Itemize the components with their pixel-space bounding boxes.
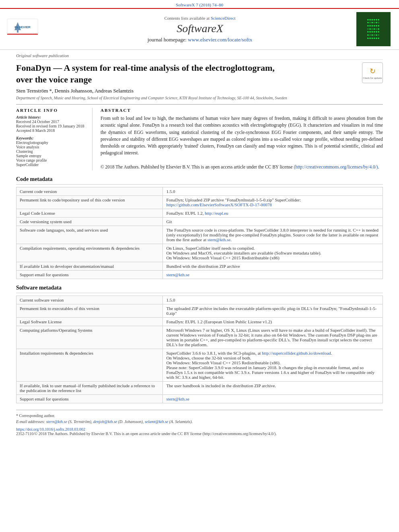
- sw-support-value: stern@kth.se: [163, 395, 383, 403]
- eupl-link[interactable]: http://eupl.eu: [205, 211, 228, 216]
- journal-ref-link[interactable]: SoftwareX 7 (2018) 74–80: [176, 2, 223, 7]
- software-metadata-table: Current software version 1.5.0 Permanent…: [16, 296, 383, 403]
- doi-link[interactable]: https://doi.org/10.1016/j.softx.2018.03.…: [16, 427, 85, 431]
- sw-manual-label: If available, link to user manual–if for…: [16, 382, 163, 395]
- cc-license-link[interactable]: (http://creativecommons.org/licenses/by/…: [294, 164, 378, 169]
- abstract-text: From soft to loud and low to high, the m…: [101, 115, 383, 170]
- author-email-link[interactable]: stern@kth.se: [208, 237, 230, 242]
- decorative-green-box: ◆◆◆◆◆◆ ◆◇◆◇◆◇ ◆◆◆◆◆◆ ◇◆◇◆◇◆ ◆◆◆◆◆◆ ◆◇◆◇◆…: [356, 12, 391, 46]
- documentation-label: If available Link to developer documenta…: [16, 262, 163, 271]
- green-box-area: ◆◆◆◆◆◆ ◆◇◆◇◆◇ ◆◆◆◆◆◆ ◇◆◇◆◇◆ ◆◆◆◆◆◆ ◆◇◆◇◆…: [356, 12, 393, 46]
- article-title-row: FonaDyn — A system for real-time analysi…: [16, 62, 383, 88]
- keyword-2: Voice analysis: [16, 145, 87, 149]
- keywords-list: Electroglottography Voice analysis Clust…: [16, 140, 87, 167]
- table-row: If available Link to developer documenta…: [16, 262, 383, 271]
- article-info-abstract: Article Info Article history: Received 2…: [16, 104, 383, 170]
- contents-available-text: Contents lists available at ScienceDirec…: [43, 16, 356, 21]
- code-repo-value: FonaDyn; Uploaded ZIP archive "FonaDynIn…: [163, 196, 383, 209]
- check-updates-badge: ↻ Check for updates: [362, 62, 383, 83]
- table-row: Legal Software License FonaDyn: EUPL 1.2…: [16, 318, 383, 326]
- sw-installation-label: Installation requirements & dependencies: [16, 349, 163, 382]
- support-email-code-value: stern@kth.se: [163, 271, 383, 279]
- keyword-4: Sample entropy: [16, 154, 87, 158]
- code-version-value: 1.5.0: [163, 187, 383, 196]
- code-license-value: FonaDyn: EUPL 1.2, http://eupl.eu: [163, 209, 383, 218]
- homepage-text: journal homepage: www.elsevier.com/locat…: [43, 37, 356, 43]
- code-versioning-label: Code versioning system used: [16, 218, 163, 226]
- sw-version-label: Current software version: [16, 296, 163, 304]
- journal-name: SoftwareX: [43, 22, 356, 35]
- keyword-1: Electroglottography: [16, 140, 87, 145]
- keywords-label: Keywords:: [16, 136, 87, 140]
- table-row: Current software version 1.5.0: [16, 296, 383, 304]
- footer-emails: E-mail addresses: stern@kth.se (S. Terns…: [16, 419, 383, 424]
- sw-platforms-label: Computing platforms/Operating Systems: [16, 326, 163, 349]
- svg-text:ELSEVIER: ELSEVIER: [14, 25, 31, 29]
- compilation-value: On Linux, SuperCollider itself needs to …: [163, 244, 383, 262]
- footer-section: * Corresponding author. E-mail addresses…: [16, 410, 383, 436]
- compilation-label: Compilation requirements, operating envi…: [16, 244, 163, 262]
- footer-doi: https://doi.org/10.1016/j.softx.2018.03.…: [16, 427, 383, 431]
- table-row: Support email for questions stern@kth.se: [16, 395, 383, 403]
- abstract-column: Abstract From soft to loud and low to hi…: [101, 108, 383, 170]
- sw-support-email-link[interactable]: stern@kth.se: [166, 396, 189, 401]
- check-updates-label: Check for updates: [363, 76, 382, 79]
- documentation-value: Bundled with the distribution ZIP archiv…: [163, 262, 383, 271]
- code-license-label: Legal Code License: [16, 209, 163, 218]
- support-email-code-label: Support email for questions: [16, 271, 163, 279]
- sw-version-value: 1.5.0: [163, 296, 383, 304]
- svg-rect-2: [17, 30, 19, 33]
- sw-support-label: Support email for questions: [16, 395, 163, 403]
- table-row: Support email for questions stern@kth.se: [16, 271, 383, 279]
- check-updates-icon: ↻: [370, 67, 376, 76]
- table-row: Compilation requirements, operating envi…: [16, 244, 383, 262]
- revised-date: Received in revised form 19 January 2018: [16, 124, 87, 128]
- sw-platforms-value: Microsoft Windows 7 or higher, OS X, Lin…: [163, 326, 383, 349]
- email-johansson[interactable]: denjoh@kth.se: [93, 419, 117, 424]
- journal-ref: SoftwareX 7 (2018) 74–80: [0, 0, 399, 8]
- supercollider-download-link[interactable]: http://supercollider.github.io/download: [262, 351, 331, 355]
- code-languages-label: Software code languages, tools, and serv…: [16, 226, 163, 244]
- code-languages-value: The FonaDyn source code is cross-platfor…: [163, 226, 383, 244]
- article-history: Article history: Received 24 October 201…: [16, 115, 87, 133]
- table-row: Software code languages, tools, and serv…: [16, 226, 383, 244]
- journal-header-center: Contents lists available at ScienceDirec…: [43, 16, 356, 43]
- sciencedirect-link[interactable]: ScienceDirect: [211, 16, 236, 21]
- section-type-label: Original software publication: [16, 53, 383, 60]
- sw-executables-label: Permanent link to executables of this ve…: [16, 304, 163, 318]
- history-label: Article history:: [16, 115, 87, 119]
- keywords-group: Keywords: Electroglottography Voice anal…: [16, 136, 87, 167]
- table-row: Permanent link to executables of this ve…: [16, 304, 383, 318]
- table-row: Permanent link to code/repository used o…: [16, 196, 383, 209]
- table-row: Legal Code License FonaDyn: EUPL 1.2, ht…: [16, 209, 383, 218]
- email-ternstrom[interactable]: stern@kth.se: [46, 419, 67, 424]
- corresponding-note: * Corresponding author.: [16, 413, 383, 418]
- article-title: FonaDyn — A system for real-time analysi…: [16, 62, 275, 85]
- elsevier-logo-area: ELSEVIER: [6, 18, 43, 40]
- support-email-code-link[interactable]: stern@kth.se: [166, 272, 189, 277]
- accepted-date: Accepted 8 March 2018: [16, 128, 87, 133]
- code-version-label: Current code version: [16, 187, 163, 196]
- table-row: Current code version 1.5.0: [16, 187, 383, 196]
- sw-license-value: FonaDyn: EUPL 1.2 (European Union Public…: [163, 318, 383, 326]
- code-metadata-title: Code metadata: [16, 176, 383, 185]
- authors: Sten Ternström *, Dennis Johansson, Andr…: [16, 88, 383, 94]
- homepage-link[interactable]: www.elsevier.com/locate/softx: [188, 37, 252, 43]
- email-selamtzis[interactable]: selamt@kth.se: [145, 419, 168, 424]
- software-metadata-title: Software metadata: [16, 285, 383, 293]
- main-content: Original software publication FonaDyn — …: [0, 50, 399, 442]
- table-row: Computing platforms/Operating Systems Mi…: [16, 326, 383, 349]
- sw-executables-value: The uploaded ZIP archive includes the ex…: [163, 304, 383, 318]
- code-metadata-table: Current code version 1.5.0 Permanent lin…: [16, 187, 383, 279]
- github-link[interactable]: https://github.com/ElsevierSoftwareX/SOF…: [166, 202, 271, 207]
- sw-manual-value: The user handbook is included in the dis…: [163, 382, 383, 395]
- table-row: Code versioning system used Git: [16, 218, 383, 226]
- article-info-heading: Article Info: [16, 108, 87, 113]
- sw-installation-value: SuperCollider 3.6.6 to 3.8.1, with the S…: [163, 349, 383, 382]
- code-repo-label: Permanent link to code/repository used o…: [16, 196, 163, 209]
- keyword-3: Clustering: [16, 149, 87, 154]
- keyword-5: Voice range profile: [16, 158, 87, 162]
- abstract-heading: Abstract: [101, 108, 383, 113]
- received-date: Received 24 October 2017: [16, 119, 87, 124]
- table-row: If available, link to user manual–if for…: [16, 382, 383, 395]
